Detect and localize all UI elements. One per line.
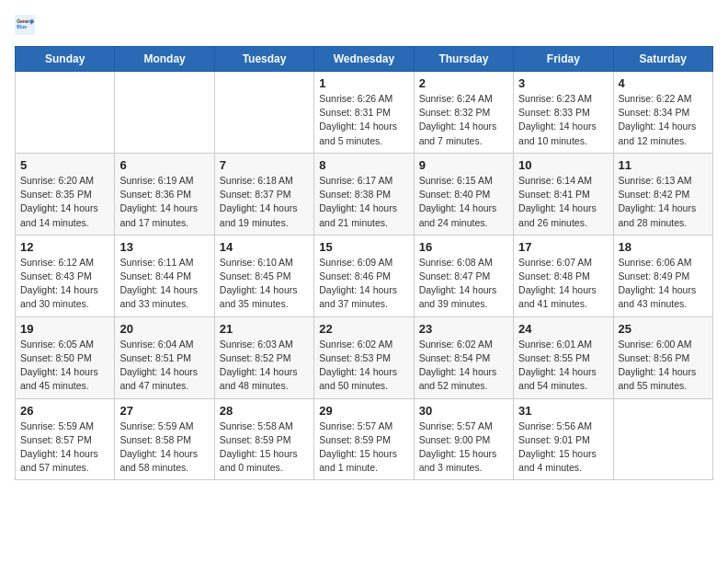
calendar-cell: 22Sunrise: 6:02 AM Sunset: 8:53 PM Dayli… — [314, 316, 414, 398]
day-number: 26 — [20, 404, 109, 418]
calendar-cell: 12Sunrise: 6:12 AM Sunset: 8:43 PM Dayli… — [16, 235, 115, 316]
day-info: Sunrise: 6:20 AM Sunset: 8:35 PM Dayligh… — [20, 174, 109, 230]
day-number: 7 — [220, 158, 309, 172]
day-number: 30 — [419, 404, 508, 418]
weekday-header-saturday: Saturday — [613, 47, 712, 72]
day-info: Sunrise: 6:13 AM Sunset: 8:42 PM Dayligh… — [619, 174, 708, 230]
day-number: 16 — [419, 240, 508, 254]
day-number: 28 — [220, 404, 309, 418]
calendar-cell: 30Sunrise: 5:57 AM Sunset: 9:00 PM Dayli… — [414, 398, 513, 480]
calendar-cell: 9Sunrise: 6:15 AM Sunset: 8:40 PM Daylig… — [414, 153, 513, 235]
page-header: General Blue — [15, 15, 713, 35]
calendar-cell: 21Sunrise: 6:03 AM Sunset: 8:52 PM Dayli… — [214, 316, 313, 398]
calendar-cell: 4Sunrise: 6:22 AM Sunset: 8:34 PM Daylig… — [613, 72, 712, 154]
day-info: Sunrise: 6:10 AM Sunset: 8:45 PM Dayligh… — [220, 256, 309, 312]
calendar-cell: 16Sunrise: 6:08 AM Sunset: 8:47 PM Dayli… — [414, 235, 513, 316]
day-info: Sunrise: 6:04 AM Sunset: 8:51 PM Dayligh… — [119, 338, 209, 394]
day-info: Sunrise: 6:26 AM Sunset: 8:31 PM Dayligh… — [319, 92, 408, 148]
day-info: Sunrise: 6:17 AM Sunset: 8:38 PM Dayligh… — [319, 174, 408, 230]
day-info: Sunrise: 6:06 AM Sunset: 8:49 PM Dayligh… — [619, 256, 708, 312]
day-number: 9 — [419, 158, 508, 172]
day-number: 31 — [518, 404, 608, 418]
day-number: 5 — [20, 158, 109, 172]
calendar-cell: 29Sunrise: 5:57 AM Sunset: 8:59 PM Dayli… — [314, 398, 414, 480]
day-info: Sunrise: 6:00 AM Sunset: 8:56 PM Dayligh… — [619, 338, 708, 394]
calendar-cell: 13Sunrise: 6:11 AM Sunset: 8:44 PM Dayli… — [115, 235, 214, 316]
day-info: Sunrise: 5:59 AM Sunset: 8:57 PM Dayligh… — [20, 419, 109, 476]
weekday-header-friday: Friday — [514, 47, 613, 72]
day-info: Sunrise: 6:07 AM Sunset: 8:48 PM Dayligh… — [518, 256, 608, 312]
calendar-cell: 26Sunrise: 5:59 AM Sunset: 8:57 PM Dayli… — [16, 398, 115, 480]
day-number: 22 — [319, 322, 408, 336]
calendar-cell: 5Sunrise: 6:20 AM Sunset: 8:35 PM Daylig… — [16, 153, 115, 235]
day-number: 4 — [619, 76, 708, 90]
weekday-header-sunday: Sunday — [16, 47, 115, 72]
day-number: 6 — [119, 158, 209, 172]
calendar-cell: 17Sunrise: 6:07 AM Sunset: 8:48 PM Dayli… — [514, 235, 613, 316]
calendar-cell — [613, 398, 712, 480]
week-row-1: 1Sunrise: 6:26 AM Sunset: 8:31 PM Daylig… — [16, 72, 713, 154]
day-number: 14 — [220, 240, 309, 254]
calendar-cell — [115, 72, 214, 154]
day-number: 23 — [419, 322, 508, 336]
calendar-cell: 7Sunrise: 6:18 AM Sunset: 8:37 PM Daylig… — [214, 153, 313, 235]
calendar-cell — [16, 72, 115, 154]
day-number: 24 — [518, 322, 608, 336]
day-info: Sunrise: 6:09 AM Sunset: 8:46 PM Dayligh… — [319, 256, 408, 312]
day-info: Sunrise: 5:57 AM Sunset: 8:59 PM Dayligh… — [319, 419, 408, 476]
calendar-cell: 20Sunrise: 6:04 AM Sunset: 8:51 PM Dayli… — [115, 316, 214, 398]
day-info: Sunrise: 6:08 AM Sunset: 8:47 PM Dayligh… — [419, 256, 508, 312]
weekday-header-wednesday: Wednesday — [314, 47, 414, 72]
svg-text:Blue: Blue — [17, 25, 27, 29]
calendar-cell — [214, 72, 313, 154]
week-row-5: 26Sunrise: 5:59 AM Sunset: 8:57 PM Dayli… — [16, 398, 713, 480]
week-row-4: 19Sunrise: 6:05 AM Sunset: 8:50 PM Dayli… — [16, 316, 713, 398]
day-info: Sunrise: 5:57 AM Sunset: 9:00 PM Dayligh… — [419, 419, 508, 476]
calendar-cell: 23Sunrise: 6:02 AM Sunset: 8:54 PM Dayli… — [414, 316, 513, 398]
weekday-header-tuesday: Tuesday — [214, 47, 313, 72]
day-info: Sunrise: 6:19 AM Sunset: 8:36 PM Dayligh… — [119, 174, 209, 230]
day-number: 29 — [319, 404, 408, 418]
day-info: Sunrise: 6:14 AM Sunset: 8:41 PM Dayligh… — [518, 174, 608, 230]
calendar-cell: 3Sunrise: 6:23 AM Sunset: 8:33 PM Daylig… — [514, 72, 613, 154]
logo-icon: General Blue — [15, 15, 35, 35]
weekday-header-row: SundayMondayTuesdayWednesdayThursdayFrid… — [16, 47, 713, 72]
calendar-cell: 11Sunrise: 6:13 AM Sunset: 8:42 PM Dayli… — [613, 153, 712, 235]
day-info: Sunrise: 6:05 AM Sunset: 8:50 PM Dayligh… — [20, 338, 109, 394]
day-info: Sunrise: 6:23 AM Sunset: 8:33 PM Dayligh… — [518, 92, 608, 148]
day-number: 19 — [20, 322, 109, 336]
calendar-cell: 25Sunrise: 6:00 AM Sunset: 8:56 PM Dayli… — [613, 316, 712, 398]
day-number: 8 — [319, 158, 408, 172]
logo: General Blue — [15, 15, 35, 35]
calendar-body: 1Sunrise: 6:26 AM Sunset: 8:31 PM Daylig… — [16, 72, 713, 480]
calendar-cell: 24Sunrise: 6:01 AM Sunset: 8:55 PM Dayli… — [514, 316, 613, 398]
day-number: 3 — [518, 76, 608, 90]
day-info: Sunrise: 5:59 AM Sunset: 8:58 PM Dayligh… — [119, 419, 209, 476]
calendar-cell: 31Sunrise: 5:56 AM Sunset: 9:01 PM Dayli… — [514, 398, 613, 480]
day-number: 18 — [619, 240, 708, 254]
day-number: 17 — [518, 240, 608, 254]
day-number: 10 — [518, 158, 608, 172]
day-info: Sunrise: 6:15 AM Sunset: 8:40 PM Dayligh… — [419, 174, 508, 230]
calendar-cell: 18Sunrise: 6:06 AM Sunset: 8:49 PM Dayli… — [613, 235, 712, 316]
calendar-cell: 28Sunrise: 5:58 AM Sunset: 8:59 PM Dayli… — [214, 398, 313, 480]
day-number: 27 — [119, 404, 209, 418]
day-info: Sunrise: 6:02 AM Sunset: 8:53 PM Dayligh… — [319, 338, 408, 394]
weekday-header-monday: Monday — [115, 47, 214, 72]
day-info: Sunrise: 6:12 AM Sunset: 8:43 PM Dayligh… — [20, 256, 109, 312]
weekday-header-thursday: Thursday — [414, 47, 513, 72]
day-info: Sunrise: 5:56 AM Sunset: 9:01 PM Dayligh… — [518, 419, 608, 476]
day-info: Sunrise: 6:11 AM Sunset: 8:44 PM Dayligh… — [119, 256, 209, 312]
calendar-cell: 10Sunrise: 6:14 AM Sunset: 8:41 PM Dayli… — [514, 153, 613, 235]
day-number: 13 — [119, 240, 209, 254]
calendar-cell: 1Sunrise: 6:26 AM Sunset: 8:31 PM Daylig… — [314, 72, 414, 154]
calendar-cell: 8Sunrise: 6:17 AM Sunset: 8:38 PM Daylig… — [314, 153, 414, 235]
day-info: Sunrise: 6:22 AM Sunset: 8:34 PM Dayligh… — [619, 92, 708, 148]
day-info: Sunrise: 6:24 AM Sunset: 8:32 PM Dayligh… — [419, 92, 508, 148]
day-number: 21 — [220, 322, 309, 336]
day-info: Sunrise: 6:02 AM Sunset: 8:54 PM Dayligh… — [419, 338, 508, 394]
day-number: 11 — [619, 158, 708, 172]
day-number: 1 — [319, 76, 408, 90]
week-row-2: 5Sunrise: 6:20 AM Sunset: 8:35 PM Daylig… — [16, 153, 713, 235]
day-number: 25 — [619, 322, 708, 336]
